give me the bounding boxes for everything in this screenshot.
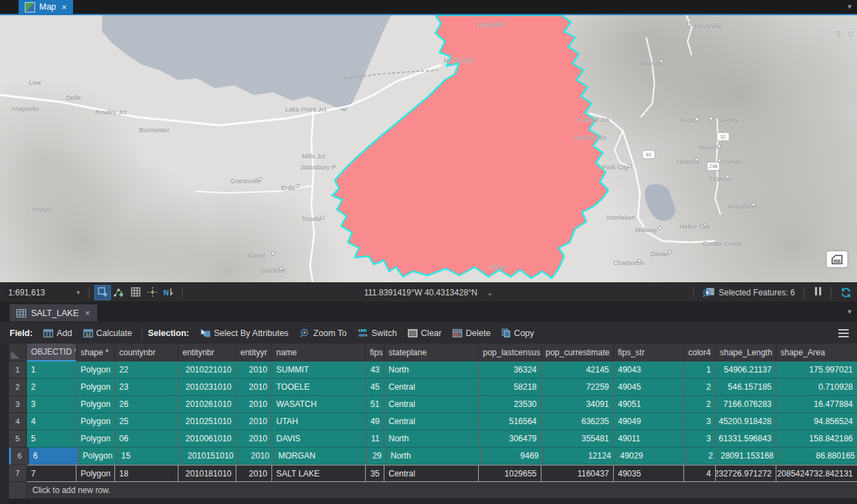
table-cell[interactable]: 4 bbox=[27, 413, 76, 430]
table-cell[interactable]: 23 bbox=[115, 379, 178, 396]
table-cell[interactable]: Central bbox=[384, 379, 479, 396]
select-features-tool-icon[interactable] bbox=[95, 286, 110, 300]
table-cell[interactable]: 2010061010 bbox=[178, 430, 236, 448]
table-cell[interactable]: 3 bbox=[684, 430, 716, 448]
basemap-toggle-button[interactable] bbox=[827, 251, 847, 267]
zoom-to-selection-button[interactable]: Zoom To bbox=[294, 322, 352, 344]
tab-map[interactable]: Map × bbox=[19, 0, 73, 14]
table-cell[interactable]: 94.856524 bbox=[776, 413, 857, 430]
zoom-to-selection-icon[interactable] bbox=[703, 287, 714, 297]
row-number-cell[interactable]: 1 bbox=[9, 361, 27, 379]
calculate-field-button[interactable]: = Calculate bbox=[78, 322, 138, 344]
table-cell[interactable]: 36324 bbox=[479, 361, 541, 379]
close-icon[interactable]: × bbox=[61, 3, 67, 12]
table-cell[interactable]: 2085424732.842131 bbox=[776, 465, 857, 482]
column-header[interactable]: fips_str bbox=[614, 344, 684, 361]
refresh-icon[interactable] bbox=[840, 287, 851, 298]
table-cell[interactable]: Polygon bbox=[79, 448, 117, 465]
column-header[interactable]: pop_currestimate bbox=[541, 344, 614, 361]
row-number-cell[interactable]: 5 bbox=[9, 430, 27, 448]
column-header[interactable]: OBJECTID * bbox=[27, 344, 76, 361]
column-header[interactable]: entitynbr bbox=[178, 344, 236, 361]
table-cell[interactable]: 2010 bbox=[236, 379, 272, 396]
table-cell[interactable]: 26 bbox=[115, 396, 178, 413]
table-cell[interactable]: 2010 bbox=[236, 396, 272, 413]
table-cell[interactable]: 636235 bbox=[541, 413, 614, 430]
table-cell[interactable]: 35 bbox=[366, 465, 384, 482]
table-cell[interactable]: 2010 bbox=[236, 361, 272, 379]
table-cell[interactable]: 516564 bbox=[479, 413, 541, 430]
column-header[interactable]: shape_Area bbox=[776, 344, 857, 361]
table-cell[interactable]: North bbox=[384, 361, 479, 379]
table-cell[interactable]: 2010 bbox=[236, 430, 272, 448]
table-cell[interactable]: 1 bbox=[684, 361, 716, 379]
column-header[interactable]: fips bbox=[366, 344, 384, 361]
map-view[interactable]: BountifulNorth SaltHoytsvilleS UWanshipK… bbox=[0, 15, 857, 282]
table-cell[interactable]: 355481 bbox=[541, 430, 614, 448]
table-cell[interactable]: 2 bbox=[686, 448, 718, 465]
table-cell[interactable]: 11 bbox=[366, 430, 384, 448]
table-cell[interactable]: 9469 bbox=[481, 448, 544, 465]
table-cell[interactable]: 49029 bbox=[616, 448, 686, 465]
table-cell[interactable]: 175.997021 bbox=[776, 361, 857, 379]
select-all-cell[interactable] bbox=[9, 344, 27, 361]
scale-dropdown[interactable]: 1:691,613 ▾ bbox=[4, 285, 84, 300]
table-cell[interactable]: 86.880165 bbox=[778, 448, 857, 465]
table-cell[interactable]: 2 bbox=[684, 396, 716, 413]
table-cell[interactable]: 2010231010 bbox=[178, 379, 236, 396]
table-cell[interactable]: 49049 bbox=[614, 413, 684, 430]
table-cell[interactable]: 546.157185 bbox=[716, 379, 776, 396]
table-cell[interactable]: Central bbox=[384, 396, 479, 413]
table-cell[interactable]: 1029655 bbox=[479, 465, 541, 482]
row-number-cell[interactable]: 4 bbox=[9, 413, 27, 430]
add-field-button[interactable]: Add bbox=[38, 322, 77, 344]
table-cell[interactable]: Polygon bbox=[76, 413, 115, 430]
table-cell[interactable]: Polygon bbox=[76, 465, 115, 482]
delete-selection-button[interactable]: Delete bbox=[447, 322, 496, 344]
table-cell[interactable]: 2010 bbox=[236, 465, 272, 482]
column-header[interactable]: color4 bbox=[684, 344, 716, 361]
table-cell[interactable]: 18 bbox=[115, 465, 178, 482]
table-cell[interactable]: 2010261010 bbox=[178, 396, 236, 413]
snapping-tool-icon[interactable] bbox=[145, 286, 160, 300]
chevron-down-icon[interactable]: ▾ bbox=[847, 2, 851, 11]
table-cell[interactable]: 2010 bbox=[236, 413, 272, 430]
table-cell[interactable]: North bbox=[386, 448, 481, 465]
table-cell[interactable]: 7166.076283 bbox=[716, 396, 776, 413]
table-cell[interactable]: WASATCH bbox=[272, 396, 366, 413]
table-cell[interactable]: 58218 bbox=[479, 379, 541, 396]
column-header[interactable]: pop_lastcensus bbox=[479, 344, 541, 361]
table-cell[interactable]: 25 bbox=[115, 413, 178, 430]
table-cell[interactable]: Polygon bbox=[76, 361, 115, 379]
row-number-cell[interactable]: 3 bbox=[9, 396, 27, 413]
table-cell[interactable]: 306479 bbox=[479, 430, 541, 448]
table-cell[interactable]: 28091.153168 bbox=[718, 448, 778, 465]
table-cell[interactable]: 15 bbox=[117, 448, 180, 465]
table-cell[interactable]: MORGAN bbox=[274, 448, 368, 465]
table-cell[interactable]: 1 bbox=[27, 361, 76, 379]
table-cell[interactable]: 2010 bbox=[238, 448, 274, 465]
column-header[interactable]: shape * bbox=[76, 344, 115, 361]
table-cell[interactable]: 49051 bbox=[614, 396, 684, 413]
table-cell[interactable]: 2010221010 bbox=[178, 361, 236, 379]
table-cell[interactable]: 42145 bbox=[541, 361, 614, 379]
column-header[interactable]: countynbr bbox=[115, 344, 178, 361]
table-cell[interactable]: 16.477884 bbox=[776, 396, 857, 413]
table-cell[interactable]: 43 bbox=[366, 361, 384, 379]
table-cell[interactable]: 23530 bbox=[479, 396, 541, 413]
table-cell[interactable]: Polygon bbox=[76, 430, 115, 448]
clear-selection-button[interactable]: Clear bbox=[402, 322, 447, 344]
table-cell[interactable]: SALT LAKE bbox=[272, 465, 366, 482]
table-cell[interactable]: 3 bbox=[27, 396, 76, 413]
table-cell[interactable]: 0.710928 bbox=[776, 379, 857, 396]
column-header[interactable]: shape_Length bbox=[716, 344, 776, 361]
row-number-cell[interactable]: 2 bbox=[9, 379, 27, 396]
table-cell[interactable]: 06 bbox=[115, 430, 178, 448]
table-cell[interactable]: 54906.21137 bbox=[716, 361, 776, 379]
column-header[interactable]: entityyr bbox=[236, 344, 272, 361]
row-number-cell[interactable]: 7 bbox=[9, 465, 27, 482]
table-cell[interactable]: 45200.918428 bbox=[716, 413, 776, 430]
table-cell[interactable]: SUMMIT bbox=[272, 361, 366, 379]
table-cell[interactable]: 158.842186 bbox=[776, 430, 857, 448]
chevron-down-icon[interactable]: ⌄ bbox=[486, 288, 493, 297]
